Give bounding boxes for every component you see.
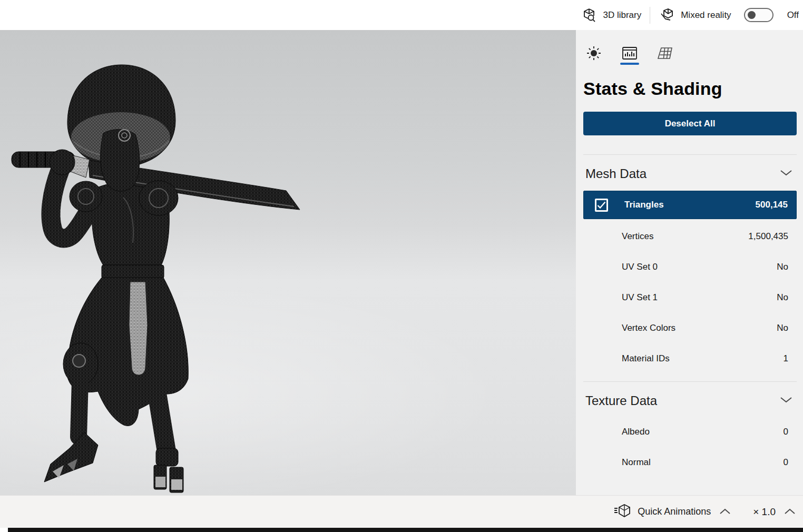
- chevron-up-icon: [719, 507, 731, 517]
- bottom-black-bar: [8, 528, 803, 532]
- stat-label: UV Set 1: [622, 292, 658, 303]
- animated-cube-icon: [613, 504, 631, 520]
- panel-tabs: [583, 41, 797, 65]
- stats-chart-icon: [621, 45, 638, 63]
- 3d-library-label: 3D library: [603, 10, 641, 21]
- stat-row-triangles[interactable]: Triangles 500,145: [583, 191, 797, 219]
- stat-label: Normal: [622, 457, 651, 468]
- stats-panel: Stats & Shading Deselect All Mesh Data T…: [576, 30, 803, 495]
- quick-animations-label: Quick Animations: [638, 506, 711, 517]
- stat-row-uv-set-0[interactable]: UV Set 0 No: [583, 252, 797, 282]
- top-bar: 3D library Mixed reality Off: [0, 0, 803, 30]
- stat-label: Triangles: [624, 200, 664, 210]
- deselect-all-button[interactable]: Deselect All: [583, 112, 797, 135]
- mixed-reality-label: Mixed reality: [681, 10, 731, 21]
- stat-label: Albedo: [622, 427, 650, 437]
- animation-speed-control[interactable]: × 1.0: [731, 506, 796, 518]
- texture-data-title: Texture Data: [585, 393, 657, 408]
- page-title: Stats & Shading: [583, 78, 797, 99]
- stat-row-vertices[interactable]: Vertices 1,500,435: [583, 221, 797, 252]
- checkbox-checked-icon[interactable]: [595, 199, 608, 212]
- stat-row-normal[interactable]: Normal 0: [583, 447, 797, 478]
- stat-row-uv-set-1[interactable]: UV Set 1 No: [583, 282, 797, 313]
- wireframe-samurai-model: [0, 30, 576, 495]
- cube-search-icon: [582, 7, 598, 23]
- texture-data-section-header[interactable]: Texture Data: [583, 382, 797, 417]
- quick-animations-button[interactable]: Quick Animations: [613, 504, 731, 520]
- toggle-knob: [748, 11, 756, 19]
- tab-environment[interactable]: [585, 44, 602, 65]
- stat-row-vertex-colors[interactable]: Vertex Colors No: [583, 313, 797, 343]
- sun-brightness-icon: [586, 45, 602, 63]
- stat-label: UV Set 0: [622, 262, 658, 272]
- bottom-bar: Quick Animations × 1.0: [0, 495, 803, 528]
- stat-value: 0: [784, 427, 788, 437]
- topbar-divider: [650, 7, 650, 24]
- stat-value: 1: [784, 353, 788, 364]
- active-tab-underline: [620, 63, 639, 65]
- mesh-data-section-header[interactable]: Mesh Data: [583, 155, 797, 190]
- mesh-data-title: Mesh Data: [585, 166, 647, 181]
- chevron-down-icon: [780, 169, 792, 179]
- stat-value: No: [777, 323, 788, 333]
- stat-value: No: [777, 262, 788, 272]
- 3d-library-button[interactable]: 3D library: [582, 7, 641, 23]
- wireframe-grid-icon: [657, 45, 674, 63]
- stat-label: Vertices: [622, 231, 653, 242]
- stat-label: Vertex Colors: [622, 323, 675, 333]
- tab-grid[interactable]: [657, 44, 674, 65]
- 3d-viewport[interactable]: [0, 30, 576, 495]
- chevron-up-icon: [784, 507, 796, 517]
- stat-row-albedo[interactable]: Albedo 0: [583, 417, 797, 447]
- stat-value: 0: [784, 457, 788, 468]
- stat-label: Material IDs: [622, 353, 670, 364]
- speed-label: × 1.0: [753, 506, 776, 518]
- stat-value: No: [777, 292, 788, 303]
- mixed-reality-icon: [659, 7, 675, 23]
- stat-value: 1,500,435: [748, 231, 788, 242]
- stat-value: 500,145: [756, 200, 788, 210]
- toggle-state-label: Off: [787, 10, 799, 21]
- tab-stats-shading[interactable]: [621, 44, 638, 65]
- chevron-down-icon: [780, 396, 792, 406]
- mixed-reality-toggle[interactable]: [744, 8, 773, 22]
- main-area: Stats & Shading Deselect All Mesh Data T…: [0, 30, 803, 495]
- stat-row-material-ids[interactable]: Material IDs 1: [583, 343, 797, 374]
- mixed-reality-control[interactable]: Mixed reality Off: [659, 7, 799, 23]
